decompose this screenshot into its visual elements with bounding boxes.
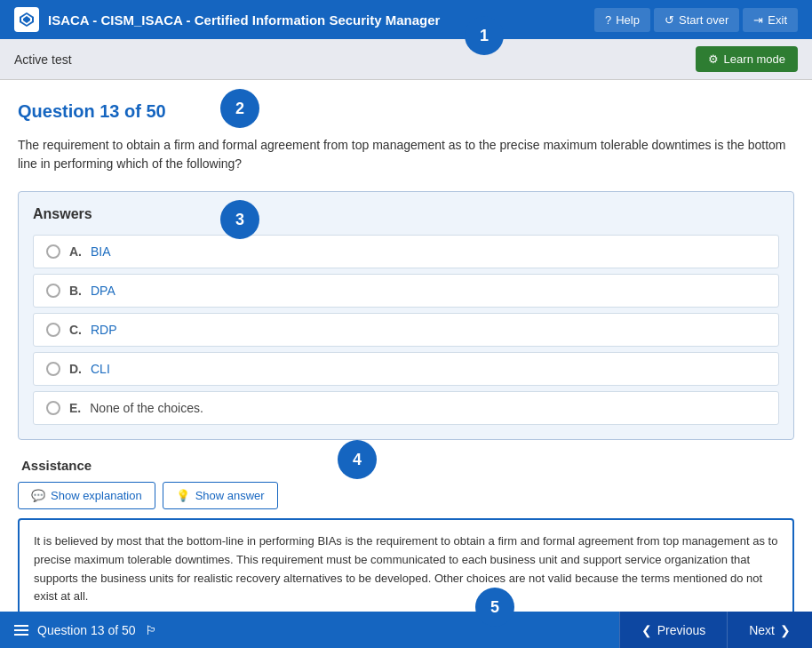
prev-icon: ❮ <box>641 623 652 637</box>
assistance-section: Assistance 💬 Show explanation 💡 Show ans… <box>18 458 794 620</box>
explanation-icon: 💬 <box>31 489 45 502</box>
answer-text-b: DPA <box>91 284 115 298</box>
help-icon: ? <box>605 13 611 27</box>
logo <box>14 7 39 32</box>
answer-option-a[interactable]: A. BIA <box>33 235 779 268</box>
answer-option-e[interactable]: E. None of the choices. <box>33 391 779 425</box>
explanation-box: It is believed by most that the bottom-l… <box>18 518 794 620</box>
footer: Question 13 of 50 🏳 ❮ Previous Next ❯ <box>0 612 812 648</box>
radio-e[interactable] <box>46 401 60 415</box>
answer-text-d: CLI <box>91 362 110 376</box>
header-title: ISACA - CISM_ISACA - Certified Informati… <box>48 12 594 28</box>
next-button[interactable]: Next ❯ <box>727 612 812 648</box>
exit-button[interactable]: ⇥ Exit <box>743 8 798 32</box>
show-answer-button[interactable]: 💡 Show answer <box>163 482 278 509</box>
radio-d[interactable] <box>46 362 60 376</box>
badge-5: 5 <box>475 588 514 627</box>
footer-nav: ❮ Previous Next ❯ <box>619 612 812 648</box>
main-content: Question 13 of 50 The requirement to obt… <box>0 80 812 648</box>
next-icon: ❯ <box>780 623 791 637</box>
header: ISACA - CISM_ISACA - Certified Informati… <box>0 0 812 39</box>
show-explanation-button[interactable]: 💬 Show explanation <box>18 482 155 509</box>
badge-1: 1 <box>465 16 504 55</box>
question-header: Question 13 of 50 <box>18 101 794 122</box>
answer-text-a: BIA <box>91 244 111 259</box>
answer-icon: 💡 <box>176 489 190 502</box>
previous-button[interactable]: ❮ Previous <box>619 612 727 648</box>
question-text: The requirement to obtain a firm and for… <box>18 136 794 173</box>
answer-text-e: None of the choices. <box>90 401 203 415</box>
answer-letter-d: D. <box>69 362 82 376</box>
help-button[interactable]: ? Help <box>594 8 650 32</box>
answers-header-row: Answers <box>33 206 779 222</box>
header-actions: ? Help ↺ Start over ⇥ Exit <box>594 8 798 32</box>
flag-icon[interactable]: 🏳 <box>145 623 157 637</box>
answer-option-b[interactable]: B. DPA <box>33 274 779 308</box>
active-test-bar: Active test ⚙ Learn mode <box>0 39 812 80</box>
radio-b[interactable] <box>46 284 60 298</box>
radio-c[interactable] <box>46 323 60 337</box>
badge-2: 2 <box>220 89 259 128</box>
badge-3: 3 <box>220 200 259 239</box>
active-test-label: Active test <box>14 52 72 67</box>
footer-left: Question 13 of 50 🏳 <box>0 623 171 637</box>
explanation-text: It is believed by most that the bottom-l… <box>34 534 777 603</box>
start-over-button[interactable]: ↺ Start over <box>654 8 739 32</box>
learn-mode-icon: ⚙ <box>708 52 719 66</box>
refresh-icon: ↺ <box>665 13 674 27</box>
assistance-label: Assistance <box>18 458 794 473</box>
footer-question-label: Question 13 of 50 <box>37 623 136 637</box>
learn-mode-button[interactable]: ⚙ Learn mode <box>696 46 798 72</box>
question-title: Question 13 of 50 <box>18 101 166 122</box>
radio-a[interactable] <box>46 244 60 259</box>
answers-label: Answers <box>33 206 92 222</box>
menu-icon <box>14 625 28 636</box>
answers-section: Answers A. BIA B. DPA C. RDP D. CLI E. N… <box>18 191 794 440</box>
exit-icon: ⇥ <box>753 13 763 27</box>
assistance-buttons: 💬 Show explanation 💡 Show answer <box>18 482 794 509</box>
answer-option-c[interactable]: C. RDP <box>33 313 779 347</box>
answer-text-c: RDP <box>91 323 117 337</box>
badge-4: 4 <box>338 440 377 479</box>
answer-option-d[interactable]: D. CLI <box>33 352 779 386</box>
answer-letter-c: C. <box>69 323 82 337</box>
answer-letter-b: B. <box>69 284 82 298</box>
answer-letter-e: E. <box>69 401 81 415</box>
answer-letter-a: A. <box>69 244 82 259</box>
